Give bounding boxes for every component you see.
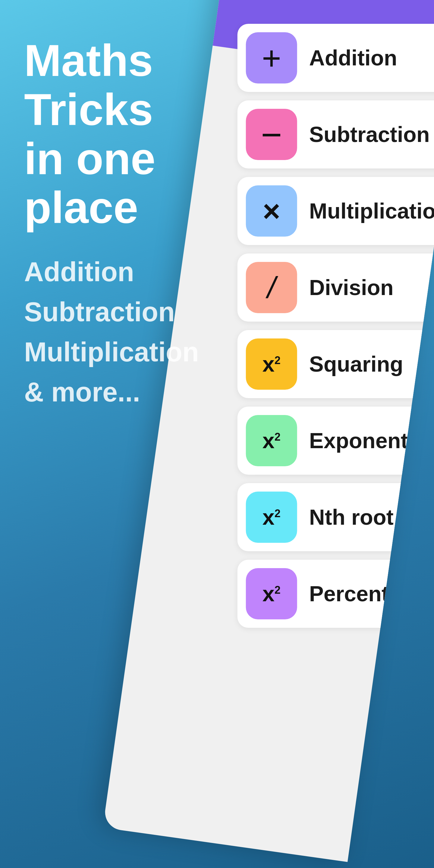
card-subtraction[interactable]: − Subtraction [238, 100, 434, 168]
subtraction-label: Subtraction [309, 122, 430, 147]
multiplication-icon: × [246, 185, 297, 237]
card-percentage[interactable]: x2 Percentage [238, 560, 434, 628]
main-title: Maths Tricks in one place [24, 36, 235, 232]
nthroot-icon: x2 [246, 492, 297, 543]
feature-more: & more... [24, 377, 235, 408]
card-multiplication[interactable]: × Multiplication [238, 177, 434, 245]
card-exponentiation[interactable]: x2 Exponentiation [238, 407, 434, 475]
subtraction-icon: − [246, 109, 297, 160]
percentage-icon: x2 [246, 568, 297, 619]
card-division[interactable]: / Division [238, 253, 434, 321]
multiplication-label: Multiplication [309, 198, 434, 223]
card-squaring[interactable]: x2 Squaring [238, 330, 434, 398]
feature-multiplication: Multiplication [24, 337, 235, 368]
division-icon: / [246, 262, 297, 313]
squaring-icon: x2 [246, 338, 297, 390]
feature-list: Addition Subtraction Multiplication & mo… [24, 256, 235, 408]
exponentiation-label: Exponentiation [309, 428, 434, 453]
division-label: Division [309, 275, 394, 300]
feature-addition: Addition [24, 256, 235, 287]
left-panel: Maths Tricks in one place Addition Subtr… [24, 36, 235, 408]
cards-container: + Addition − Subtraction × Multiplicatio… [225, 0, 434, 637]
exponentiation-icon: x2 [246, 415, 297, 466]
nthroot-label: Nth root [309, 505, 394, 530]
squaring-label: Squaring [309, 352, 403, 376]
percentage-label: Percentage [309, 581, 426, 606]
card-nthroot[interactable]: x2 Nth root [238, 483, 434, 551]
card-addition[interactable]: + Addition [238, 24, 434, 92]
feature-subtraction: Subtraction [24, 297, 235, 328]
addition-label: Addition [309, 45, 397, 70]
title-line1: Maths Tricks [24, 36, 153, 134]
addition-icon: + [246, 32, 297, 84]
title-line2: in one place [24, 134, 156, 233]
